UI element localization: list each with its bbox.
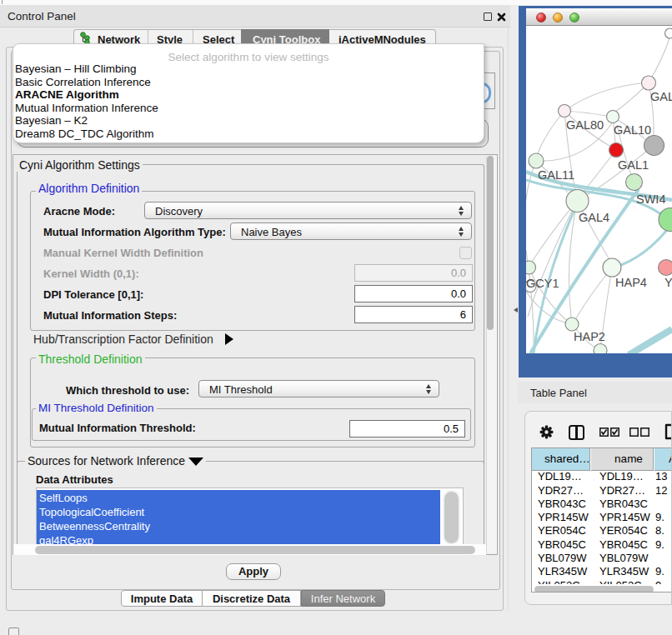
- svg-text:GAL10: GAL10: [614, 123, 651, 137]
- svg-text:GAL7: GAL7: [650, 90, 672, 103]
- svg-text:YB: YB: [664, 276, 672, 289]
- svg-text:SWI4: SWI4: [636, 192, 665, 206]
- svg-text:GAL1: GAL1: [618, 158, 649, 172]
- svg-text:HAP2: HAP2: [574, 330, 605, 343]
- svg-text:GAL4: GAL4: [579, 211, 609, 224]
- svg-text:HAP4: HAP4: [615, 276, 647, 289]
- svg-text:GAL11: GAL11: [538, 168, 574, 182]
- svg-text:GCY1: GCY1: [526, 277, 559, 290]
- svg-text:GAL80: GAL80: [566, 118, 604, 132]
